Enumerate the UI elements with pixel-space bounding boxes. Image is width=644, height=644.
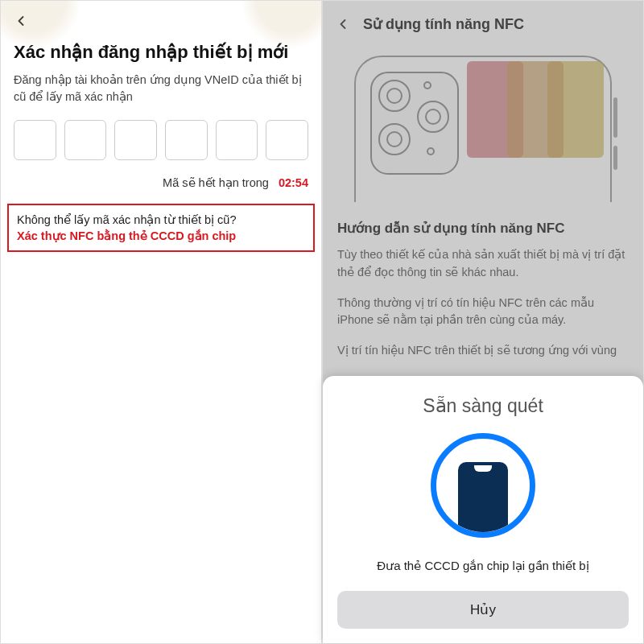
nfc-alternative-box: Không thể lấy mã xác nhận từ thiết bị cũ… [7,204,315,253]
left-header [1,1,321,35]
otp-digit-3[interactable] [114,120,157,160]
phone-icon [458,462,508,538]
sheet-title: Sẵn sàng quét [337,395,629,417]
otp-digit-6[interactable] [266,120,308,160]
page-description: Đăng nhập tài khoản trên ứng dụng VNeID … [1,72,321,120]
nfc-auth-link[interactable]: Xác thực NFC bằng thẻ CCCD gắn chip [17,228,305,244]
nfc-question: Không thể lấy mã xác nhận từ thiết bị cũ… [17,212,305,228]
nfc-guide-screen: Sử dụng tính năng NFC Hướng dẫn sử dụng … [322,0,644,644]
page-title: Xác nhận đăng nhập thiết bị mới [1,35,321,72]
scan-ring-icon [431,433,535,538]
otp-digit-2[interactable] [64,120,107,160]
expiry-time: 02:54 [279,176,308,189]
otp-input-row [1,120,321,160]
back-icon[interactable] [12,12,30,30]
otp-digit-1[interactable] [14,120,56,160]
sheet-message: Đưa thẻ CCCD gắn chip lại gần thiết bị [337,559,629,573]
cancel-button[interactable]: Hủy [337,591,629,629]
nfc-scan-sheet: Sẵn sàng quét Đưa thẻ CCCD gắn chip lại … [323,376,643,643]
confirm-login-screen: Xác nhận đăng nhập thiết bị mới Đăng nhậ… [0,0,322,644]
expiry-label: Mã sẽ hết hạn trong [163,176,269,189]
otp-digit-4[interactable] [165,120,208,160]
expiry-row: Mã sẽ hết hạn trong 02:54 [1,160,321,204]
otp-digit-5[interactable] [216,120,258,160]
